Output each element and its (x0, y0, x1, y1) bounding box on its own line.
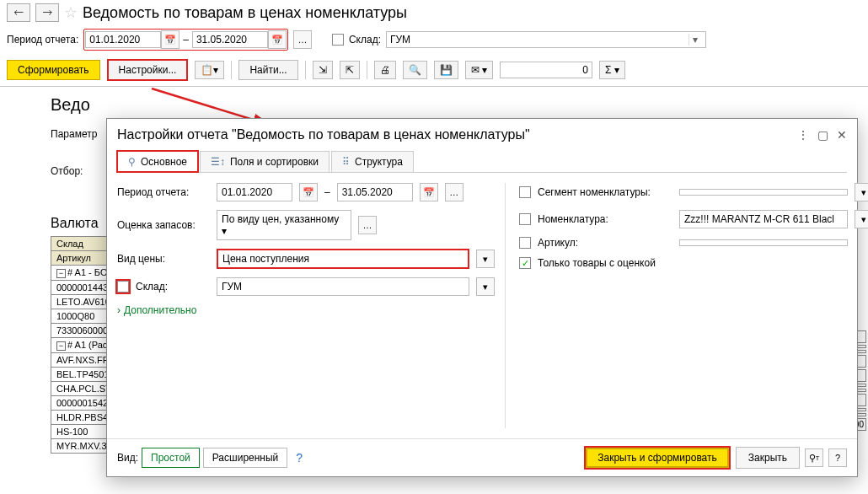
dlg-only-eval-checkbox[interactable] (519, 257, 531, 269)
tree-icon: ⠿ (342, 156, 350, 168)
nav-back-button[interactable]: 🡐 (7, 3, 30, 22)
dlg-nomen-checkbox[interactable] (519, 213, 531, 225)
calendar-to-icon[interactable]: 📅 (268, 30, 287, 49)
dlg-segment-checkbox[interactable] (519, 186, 531, 198)
dlg-price-type-label: Вид цены: (117, 253, 210, 265)
dlg-segment-label: Сегмент номенклатуры: (538, 186, 672, 198)
settings-dialog: Настройки отчета "Ведомость по товарам в… (106, 118, 858, 477)
dlg-segment-dropdown[interactable]: ▾ (855, 183, 868, 201)
close-button[interactable]: Закрыть (736, 447, 800, 469)
tree-collapse-icon-2[interactable]: − (56, 341, 66, 351)
dlg-eval-select[interactable]: По виду цен, указанному ▾ (217, 210, 351, 240)
dlg-sklad-select[interactable]: ГУМ (217, 277, 469, 296)
tab-main[interactable]: ⚲ Основное (117, 151, 198, 172)
dlg-eval-more-button[interactable]: … (358, 216, 377, 234)
dlg-only-eval-label: Только товары с оценкой (538, 257, 656, 269)
dlg-sklad-dropdown[interactable]: ▾ (476, 277, 495, 296)
help-icon[interactable]: ? (296, 451, 303, 464)
dlg-eval-label: Оценка запасов: (117, 219, 210, 231)
help-button[interactable]: ? (828, 448, 847, 467)
nav-forward-button[interactable]: 🡒 (35, 3, 59, 22)
dlg-price-type-dropdown[interactable]: ▾ (476, 250, 495, 268)
sort-icon: ☰↕ (211, 156, 225, 168)
expand-all-button[interactable]: ⇲ (313, 61, 333, 79)
sklad-value: ГУМ (390, 34, 689, 46)
period-picker-button[interactable]: … (293, 30, 312, 49)
date-from-input[interactable]: 01.01.2020 (85, 31, 161, 48)
sklad-checkbox[interactable] (332, 34, 344, 46)
report-title: Ведо (17, 87, 868, 115)
page-title: Ведомость по товарам в ценах номенклатур… (83, 4, 407, 22)
dlg-price-type-select[interactable]: Цена поступления (217, 249, 469, 269)
dlg-artikul-input[interactable] (679, 239, 848, 246)
tree-collapse-icon[interactable]: − (56, 269, 66, 278)
favorite-star-icon[interactable]: ☆ (64, 3, 78, 22)
dialog-title: Настройки отчета "Ведомость по товарам в… (117, 127, 530, 142)
dlg-date-to[interactable]: 31.05.2020 (337, 183, 413, 201)
dialog-more-icon[interactable]: ⋮ (797, 128, 809, 142)
tab-structure[interactable]: ⠿ Структура (331, 151, 414, 172)
collapse-all-button[interactable]: ⇱ (340, 61, 360, 79)
calendar-from-icon[interactable]: 📅 (161, 30, 179, 49)
dlg-nomen-dropdown[interactable]: ▾ (855, 210, 868, 228)
preview-button[interactable]: 🔍 (403, 61, 427, 79)
find-button[interactable]: Найти... (238, 60, 297, 80)
dlg-view-label: Вид: (117, 452, 138, 464)
dlg-date-from[interactable]: 01.01.2020 (217, 183, 292, 201)
dlg-more-link[interactable]: › Дополнительно (117, 304, 196, 316)
dlg-view-simple-button[interactable]: Простой (142, 448, 200, 468)
chevron-down-icon: ▾ (689, 34, 702, 46)
sigma-button[interactable]: Σ ▾ (599, 61, 625, 79)
dlg-sklad-label: Склад: (136, 281, 210, 293)
dlg-sklad-checkbox[interactable] (117, 281, 129, 293)
dlg-calendar-to-icon[interactable]: 📅 (420, 183, 438, 201)
period-dash: – (179, 34, 192, 46)
clipboard-button[interactable]: 📋▾ (195, 61, 224, 79)
dlg-view-advanced-button[interactable]: Расширенный (203, 448, 288, 468)
filter-options-button[interactable]: ⚲T (805, 448, 823, 467)
dlg-nomen-select[interactable]: Zzz!!! MARANTZ M-CR 611 Blacl (679, 210, 848, 228)
dialog-maximize-icon[interactable]: ▢ (817, 128, 828, 142)
print-button[interactable]: 🖨 (374, 61, 396, 79)
sklad-select[interactable]: ГУМ ▾ (386, 31, 706, 48)
close-and-generate-button[interactable]: Закрыть и сформировать (584, 446, 731, 470)
counter-field[interactable]: 0 (500, 62, 592, 78)
period-label: Период отчета: (7, 34, 78, 46)
filter-icon: ⚲ (128, 156, 136, 168)
dlg-calendar-from-icon[interactable]: 📅 (299, 183, 318, 201)
save-button[interactable]: 💾 (434, 61, 458, 79)
dlg-period-picker-button[interactable]: … (445, 183, 463, 201)
email-button[interactable]: ✉ ▾ (465, 61, 493, 79)
date-to-input[interactable]: 31.05.2020 (192, 31, 268, 48)
dlg-period-label: Период отчета: (117, 186, 210, 198)
settings-button[interactable]: Настройки... (107, 59, 189, 81)
dialog-close-icon[interactable]: ✕ (837, 128, 847, 142)
generate-button[interactable]: Сформировать (7, 60, 100, 80)
dlg-segment-select[interactable] (679, 189, 848, 196)
period-box: 01.01.2020 📅 – 31.05.2020 📅 (83, 29, 288, 51)
chevron-right-icon: › (117, 304, 121, 316)
dlg-nomen-label: Номенклатура: (538, 213, 672, 225)
tab-fields[interactable]: ☰↕ Поля и сортировки (200, 151, 330, 172)
sklad-label: Склад: (349, 34, 381, 46)
dlg-artikul-checkbox[interactable] (519, 237, 531, 249)
dlg-artikul-label: Артикул: (538, 237, 672, 249)
